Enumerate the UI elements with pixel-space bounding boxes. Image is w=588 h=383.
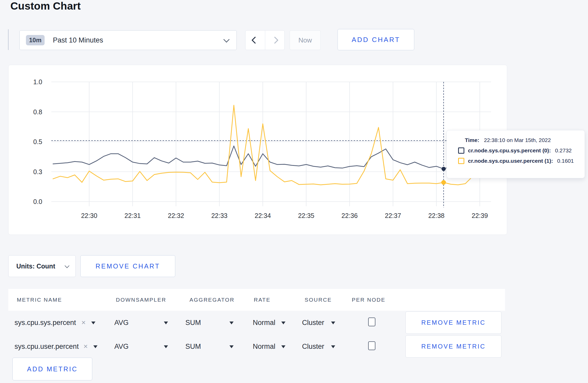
tooltip-series-value: 0.1601 [557,158,574,164]
col-header-aggregator: AGGREGATOR [190,297,235,303]
time-step-group [245,30,285,50]
chevron-down-icon [223,36,229,42]
time-range-select[interactable]: 10m Past 10 Minutes [19,30,237,50]
metric-row: sys.cpu.user.percent AVG SUM Normal Clus… [8,335,505,358]
tooltip-time-value: 22:38:10 on Mar 15th, 2022 [484,137,551,143]
time-range-badge: 10m [26,35,45,45]
tooltip-series-row: cr.node.sys.cpu.sys.percent (0): 0.2732 [458,147,585,154]
x-axis-tick-label: 22:35 [298,212,314,219]
metric-name-caret-icon[interactable] [91,322,95,324]
rate-caret-icon[interactable] [281,345,285,348]
add-metric-button[interactable]: ADD METRIC [12,358,92,380]
add-chart-button[interactable]: ADD CHART [338,29,414,50]
x-axis-tick-label: 22:37 [385,212,401,219]
chevron-down-icon [65,263,69,268]
aggregator-select[interactable]: SUM [185,319,201,327]
col-header-metric-name: METRIC NAME [17,297,62,303]
per-node-checkbox[interactable] [368,317,375,326]
x-axis-tick-label: 22:39 [472,212,488,219]
prev-range-button[interactable] [246,31,265,50]
line-chart[interactable]: 0.00.30.50.81.022:3022:3122:3222:3322:34… [9,65,507,235]
rate-caret-icon[interactable] [281,322,285,324]
series-line [53,146,487,169]
x-axis-tick-label: 22:38 [428,212,445,219]
toolbar-divider [8,29,9,50]
x-axis-tick-label: 22:34 [255,212,271,219]
aggregator-caret-icon[interactable] [229,322,234,324]
metric-row: sys.cpu.sys.percent AVG SUM Normal Clust… [8,311,505,334]
metric-name-caret-icon[interactable] [93,345,97,348]
x-axis-tick-label: 22:36 [341,212,358,219]
tooltip-time-row: Time: 22:38:10 on Mar 15th, 2022 [458,137,585,143]
downsampler-select[interactable]: AVG [114,343,129,351]
downsampler-select[interactable]: AVG [114,319,129,327]
chevron-left-icon [251,37,259,44]
tooltip-series-name: cr.node.sys.cpu.user.percent (1): [468,158,553,164]
clear-metric-icon[interactable] [81,319,86,326]
tooltip-time-label: Time: [465,137,479,143]
chevron-right-icon [271,37,278,44]
metrics-table-header: METRIC NAME DOWNSAMPLER AGGREGATOR RATE … [8,289,505,311]
downsampler-caret-icon[interactable] [164,345,168,348]
custom-chart-page: Custom Chart 10m Past 10 Minutes Now ADD… [0,0,588,383]
series-line [53,105,487,185]
x-axis-tick-label: 22:30 [81,212,97,219]
col-header-source: SOURCE [305,297,332,303]
source-select[interactable]: Cluster [302,319,324,327]
chart-tooltip: Time: 22:38:10 on Mar 15th, 2022 cr.node… [446,130,585,178]
rate-select[interactable]: Normal [253,319,275,327]
y-axis-tick-label: 0.0 [33,198,42,205]
aggregator-select[interactable]: SUM [185,343,201,351]
rate-select[interactable]: Normal [253,343,275,351]
source-caret-icon[interactable] [331,322,335,324]
metric-name-value[interactable]: sys.cpu.sys.percent [15,319,76,327]
col-header-per-node: PER NODE [352,297,386,303]
chart-card: 0.00.30.50.81.022:3022:3122:3222:3322:34… [8,65,507,235]
metric-name-value[interactable]: sys.cpu.user.percent [15,343,79,351]
remove-chart-button[interactable]: REMOVE CHART [80,255,175,277]
units-select[interactable]: Units: Count [8,255,76,277]
col-header-downsampler: DOWNSAMPLER [116,297,166,303]
downsampler-caret-icon[interactable] [164,322,168,324]
y-axis-tick-label: 1.0 [33,78,42,86]
source-caret-icon[interactable] [331,345,335,348]
x-axis-tick-label: 22:33 [211,212,228,219]
y-axis-tick-label: 0.8 [33,108,42,116]
next-range-button[interactable] [265,31,285,50]
tooltip-series-name: cr.node.sys.cpu.sys.percent (0): [468,147,551,154]
remove-metric-button[interactable]: REMOVE METRIC [405,335,501,358]
remove-metric-button[interactable]: REMOVE METRIC [405,311,501,334]
time-range-label: Past 10 Minutes [53,36,103,44]
now-button[interactable]: Now [290,30,321,50]
source-select[interactable]: Cluster [302,343,324,351]
page-title: Custom Chart [10,0,81,12]
tooltip-series-row: cr.node.sys.cpu.user.percent (1): 0.1601 [458,158,585,164]
series-sys-swatch-icon [458,147,464,154]
per-node-checkbox[interactable] [368,341,375,350]
x-axis-tick-label: 22:32 [168,212,184,219]
units-select-label: Units: Count [16,263,55,270]
y-axis-tick-label: 0.3 [33,168,42,175]
series-user-swatch-icon [458,158,464,164]
clear-metric-icon[interactable] [83,343,88,350]
col-header-rate: RATE [254,297,270,303]
y-axis-tick-label: 0.5 [33,138,42,145]
tooltip-series-value: 0.2732 [555,147,572,154]
x-axis-tick-label: 22:31 [124,212,141,219]
aggregator-caret-icon[interactable] [229,345,234,348]
